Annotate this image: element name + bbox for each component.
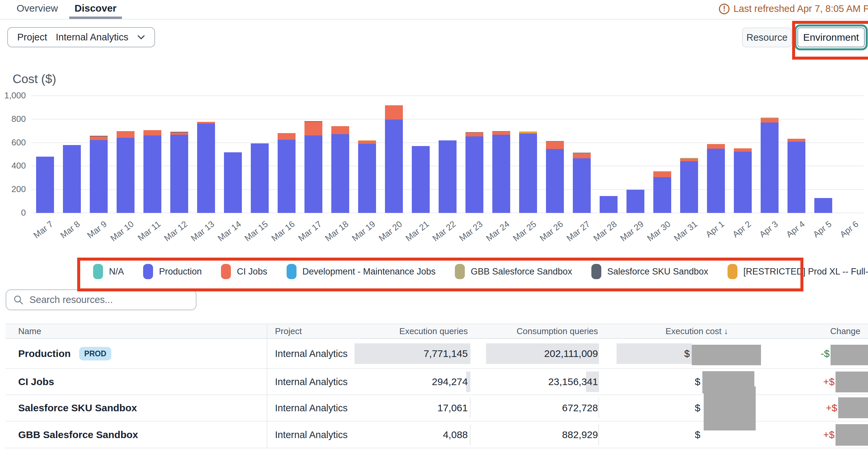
x-axis-tick-label: Mar 29 <box>618 219 646 244</box>
bar-segment-ci_jobs <box>144 130 161 135</box>
x-axis-tick-label: Mar 15 <box>243 219 270 244</box>
cost-bar[interactable] <box>600 196 618 213</box>
column-header-name[interactable]: Name <box>18 324 41 339</box>
resource-name: Production <box>18 348 70 359</box>
legend-item-ci_jobs[interactable]: CI Jobs <box>221 264 267 279</box>
bar-segment-ci_jobs <box>278 133 296 139</box>
cost-bar[interactable] <box>707 144 725 213</box>
change-prefix: +$ <box>823 376 835 387</box>
bar-segment-ci_jobs <box>653 172 671 177</box>
chevron-down-icon <box>137 35 145 40</box>
bar-segment-production <box>680 161 698 213</box>
legend-item-dev_maintenance[interactable]: Development - Maintenance Jobs <box>286 264 436 279</box>
legend-item-restricted[interactable]: [RESTRICTED] Prod XL -- Full-Refresh job… <box>727 264 868 279</box>
redaction-change-row4 <box>836 424 868 446</box>
cost-bar[interactable] <box>358 140 376 213</box>
x-axis-tick-label: Mar 22 <box>430 219 458 244</box>
environment-toggle-button[interactable]: Environment <box>798 28 865 47</box>
bar-segment-ci_jobs <box>358 141 376 144</box>
resource-name-cell: Salesforce SKU Sandbox <box>18 402 137 414</box>
legend-label: [RESTRICTED] Prod XL -- Full-Refresh job… <box>743 266 868 277</box>
cost-bar[interactable] <box>465 132 483 213</box>
column-header-execution-queries[interactable]: Execution queries <box>399 324 468 339</box>
legend-item-gbb_sandbox[interactable]: GBB Salesforce Sandbox <box>455 264 572 279</box>
redaction-execution-cost-row1 <box>692 345 761 365</box>
cost-bar[interactable] <box>331 126 349 213</box>
resource-search[interactable] <box>6 289 196 310</box>
x-axis-tick-label: Mar 30 <box>645 219 673 244</box>
x-axis-tick-label: Mar 16 <box>269 219 297 244</box>
column-header-execution-cost[interactable]: Execution cost ↓ <box>665 324 728 339</box>
cost-bar[interactable] <box>814 198 832 213</box>
cost-bar[interactable] <box>653 171 671 213</box>
cost-bar[interactable] <box>305 121 322 213</box>
legend-item-sku_sandbox[interactable]: Salesforce SKU Sandbox <box>591 264 708 279</box>
bar-segment-production <box>305 135 322 213</box>
cost-discover-page: Overview Discover ! Last refreshed Apr 7… <box>0 0 868 451</box>
execution-queries-value: 17,061 <box>437 402 468 414</box>
legend-swatch-dev_maintenance <box>286 264 297 279</box>
cost-bar[interactable] <box>626 190 644 213</box>
tab-overview[interactable]: Overview <box>17 3 58 14</box>
bar-segment-production <box>224 152 242 213</box>
bar-segment-production <box>761 123 779 213</box>
cost-bar[interactable] <box>546 141 564 213</box>
search-input[interactable] <box>29 294 176 305</box>
cost-bar[interactable] <box>170 132 188 213</box>
bar-segment-ci_jobs <box>761 118 779 123</box>
bar-segment-ci_jobs <box>492 131 510 134</box>
cost-bar[interactable] <box>278 133 296 213</box>
cost-bar[interactable] <box>385 105 403 213</box>
cost-bar[interactable] <box>144 130 161 213</box>
legend-label: CI Jobs <box>237 266 267 277</box>
y-axis-tick-label: 1,000 <box>0 90 26 101</box>
cost-bar[interactable] <box>197 122 215 213</box>
legend-item-production[interactable]: Production <box>143 264 202 279</box>
cost-bar[interactable] <box>492 131 510 213</box>
execution-queries-bar <box>470 424 470 445</box>
x-axis-tick-label: Mar 10 <box>108 219 136 244</box>
cost-bar[interactable] <box>519 131 537 213</box>
legend-label: N/A <box>109 266 124 277</box>
legend-label: Salesforce SKU Sandbox <box>607 266 708 277</box>
bar-segment-production <box>519 134 537 213</box>
x-axis-tick-label: Apr 4 <box>784 219 807 240</box>
tab-discover[interactable]: Discover <box>74 3 117 14</box>
cost-bar[interactable] <box>224 152 242 213</box>
cost-bar[interactable] <box>761 118 779 213</box>
x-axis-tick-label: Mar 20 <box>377 219 404 244</box>
bar-segment-production <box>251 143 269 213</box>
column-header-change[interactable]: Change <box>830 324 860 339</box>
column-header-project[interactable]: Project <box>275 324 302 339</box>
cost-bar[interactable] <box>117 131 134 213</box>
bar-segment-production <box>600 196 618 213</box>
cost-bar[interactable] <box>63 145 81 213</box>
project-filter-dropdown[interactable]: Project Internal Analytics <box>7 27 155 47</box>
legend-swatch-gbb_sandbox <box>455 264 465 279</box>
cost-bar[interactable] <box>573 153 591 213</box>
x-axis-tick-label: Mar 14 <box>216 219 243 244</box>
top-tab-bar: Overview Discover ! Last refreshed Apr 7… <box>0 0 868 20</box>
column-header-consumption-queries[interactable]: Consumption queries <box>517 324 598 339</box>
x-axis-tick-label: Mar 25 <box>511 219 538 244</box>
cost-bar[interactable] <box>734 148 752 213</box>
cost-bar[interactable] <box>787 139 805 213</box>
cost-bar[interactable] <box>90 136 108 213</box>
bar-segment-ci_jobs <box>305 122 322 136</box>
x-axis-tick-label: Mar 11 <box>135 219 162 243</box>
x-axis-tick-label: Mar 28 <box>591 219 619 244</box>
chart-title: Cost ($) <box>12 72 56 86</box>
cost-bar[interactable] <box>439 140 457 213</box>
y-axis-tick-label: 200 <box>0 184 26 194</box>
x-axis-tick-label: Mar 17 <box>296 219 324 244</box>
cost-bar[interactable] <box>412 146 430 213</box>
cost-bar[interactable] <box>36 157 54 213</box>
legend-swatch-production <box>143 264 153 279</box>
bar-segment-production <box>734 152 752 213</box>
cost-bar[interactable] <box>680 158 698 213</box>
project-filter-value: Internal Analytics <box>56 32 128 43</box>
cost-bar[interactable] <box>251 143 269 213</box>
resource-toggle-button[interactable]: Resource <box>742 28 792 47</box>
legend-item-na[interactable]: N/A <box>93 264 124 279</box>
x-axis-tick-label: Apr 5 <box>811 219 834 240</box>
